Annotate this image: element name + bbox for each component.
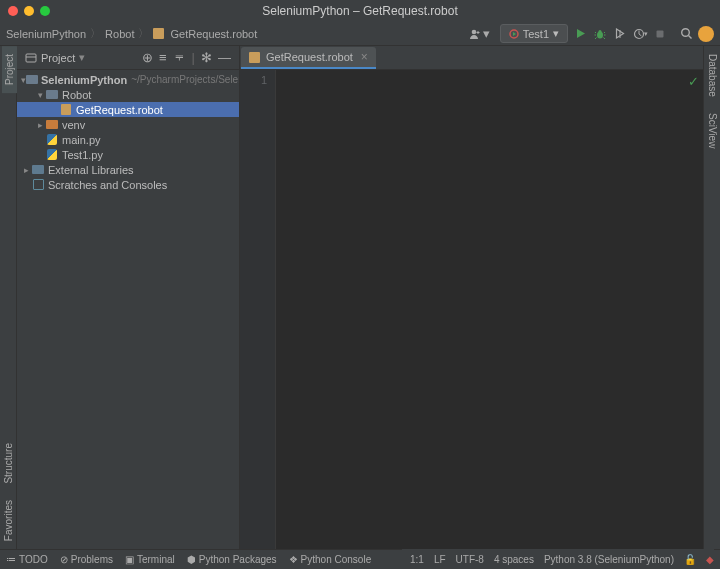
favorites-tool-tab[interactable]: Favorites <box>1 492 16 549</box>
tree-scratches[interactable]: Scratches and Consoles <box>17 177 239 192</box>
breadcrumb: SeleniumPython 〉 Robot 〉 GetRequest.robo… <box>6 26 257 41</box>
problems-tool[interactable]: ⊘Problems <box>60 554 113 565</box>
project-panel-header: Project ▾ ⊕ ≡ ⫧ | ✻ — <box>17 46 239 70</box>
editor-body[interactable]: 1 ✓ <box>240 70 703 549</box>
robot-file-icon <box>249 52 260 63</box>
tree-external-libs[interactable]: ▸ External Libraries <box>17 162 239 177</box>
project-view-selector[interactable]: Project ▾ <box>25 51 85 64</box>
sciview-tool-tab[interactable]: SciView <box>705 105 720 156</box>
tree-file-test1[interactable]: Test1.py <box>17 147 239 162</box>
expand-arrow-icon[interactable]: ▸ <box>21 165 31 175</box>
project-tree: ▾ SeleniumPython ~/PycharmProjects/Selen… <box>17 70 239 549</box>
python-file-icon <box>47 134 57 145</box>
tab-label: GetRequest.robot <box>266 51 353 63</box>
chevron-right-icon: 〉 <box>138 26 149 41</box>
chevron-right-icon: 〉 <box>90 26 101 41</box>
line-number: 1 <box>240 74 267 86</box>
avatar[interactable] <box>698 26 714 42</box>
expand-arrow-icon[interactable]: ▸ <box>35 120 45 130</box>
expand-all-icon[interactable]: ≡ <box>159 50 167 65</box>
chevron-down-icon: ▾ <box>553 27 559 40</box>
python-console-tool[interactable]: ❖Python Console <box>289 554 372 565</box>
structure-tool-tab[interactable]: Structure <box>1 435 16 492</box>
tree-folder-venv[interactable]: ▸ venv <box>17 117 239 132</box>
main-area: Project Structure Favorites Project ▾ ⊕ … <box>0 46 720 549</box>
crumb-folder[interactable]: Robot <box>105 28 134 40</box>
python-packages-tool[interactable]: ⬢Python Packages <box>187 554 277 565</box>
tree-root[interactable]: ▾ SeleniumPython ~/PycharmProjects/Selen… <box>17 72 239 87</box>
tree-file-getrequest[interactable]: GetRequest.robot <box>17 102 239 117</box>
file-encoding[interactable]: UTF-8 <box>456 554 484 565</box>
crumb-project[interactable]: SeleniumPython <box>6 28 86 40</box>
editor-area: GetRequest.robot × 1 ✓ <box>240 46 703 549</box>
navigation-bar: SeleniumPython 〉 Robot 〉 GetRequest.robo… <box>0 22 720 46</box>
left-tool-gutter: Project Structure Favorites <box>0 46 17 549</box>
database-tool-tab[interactable]: Database <box>705 46 720 105</box>
svg-rect-7 <box>26 54 36 62</box>
toolbar-right: ▾ Test1 ▾ ▾ <box>463 24 714 43</box>
profile-button[interactable]: ▾ <box>632 26 648 42</box>
select-opened-file-icon[interactable]: ⊕ <box>142 50 153 65</box>
project-tool-tab[interactable]: Project <box>0 46 17 93</box>
debug-button[interactable] <box>592 26 608 42</box>
terminal-tool[interactable]: ▣Terminal <box>125 554 175 565</box>
stop-button[interactable] <box>652 26 668 42</box>
right-tool-gutter: Database SciView <box>703 46 720 549</box>
collapse-all-icon[interactable]: ⫧ <box>173 50 186 65</box>
readonly-lock-icon[interactable]: 🔓 <box>684 554 696 565</box>
editor-tab-bar: GetRequest.robot × <box>240 46 703 70</box>
line-gutter: 1 <box>240 70 276 549</box>
tree-folder-robot[interactable]: ▾ Robot <box>17 87 239 102</box>
venv-folder-icon <box>46 120 58 129</box>
inspection-ok-icon[interactable]: ✓ <box>688 74 699 89</box>
svg-rect-5 <box>657 30 664 37</box>
panel-title-text: Project <box>41 52 75 64</box>
add-user-button[interactable]: ▾ <box>463 24 496 43</box>
line-ending[interactable]: LF <box>434 554 446 565</box>
svg-point-3 <box>599 30 602 33</box>
coverage-button[interactable] <box>612 26 628 42</box>
run-button[interactable] <box>572 26 588 42</box>
robot-file-icon <box>61 104 71 115</box>
ide-status-icon[interactable]: ◆ <box>706 554 714 565</box>
chevron-down-icon: ▾ <box>644 30 648 38</box>
todo-tool[interactable]: ≔TODO <box>6 554 48 565</box>
robot-file-icon <box>153 28 164 39</box>
minimize-icon[interactable] <box>24 6 34 16</box>
scratches-icon <box>33 179 44 190</box>
svg-point-0 <box>471 29 476 34</box>
window-title: SeleniumPython – GetRequest.robot <box>262 4 457 18</box>
module-icon <box>26 75 38 84</box>
editor-tab-getrequest[interactable]: GetRequest.robot × <box>241 47 376 69</box>
run-configuration-dropdown[interactable]: Test1 ▾ <box>500 24 568 43</box>
test-icon <box>509 29 519 39</box>
chevron-down-icon: ▾ <box>483 26 490 41</box>
gear-icon[interactable]: ✻ <box>201 50 212 65</box>
python-interpreter[interactable]: Python 3.8 (SeleniumPython) <box>544 554 674 565</box>
close-tab-icon[interactable]: × <box>361 50 368 64</box>
project-icon <box>25 52 37 64</box>
search-icon[interactable] <box>678 26 694 42</box>
titlebar: SeleniumPython – GetRequest.robot <box>0 0 720 22</box>
maximize-icon[interactable] <box>40 6 50 16</box>
python-file-icon <box>47 149 57 160</box>
tree-file-main[interactable]: main.py <box>17 132 239 147</box>
crumb-file[interactable]: GetRequest.robot <box>170 28 257 40</box>
project-panel: Project ▾ ⊕ ≡ ⫧ | ✻ — ▾ SeleniumPython ~… <box>17 46 240 549</box>
library-icon <box>32 165 44 174</box>
cursor-position[interactable]: 1:1 <box>410 554 424 565</box>
window-controls <box>8 6 50 16</box>
folder-icon <box>46 90 58 99</box>
indent-setting[interactable]: 4 spaces <box>494 554 534 565</box>
svg-point-6 <box>681 29 689 37</box>
hide-panel-icon[interactable]: — <box>218 50 231 65</box>
chevron-down-icon: ▾ <box>79 51 85 64</box>
code-area[interactable]: ✓ <box>276 70 703 549</box>
close-icon[interactable] <box>8 6 18 16</box>
expand-arrow-icon[interactable]: ▾ <box>35 90 45 100</box>
run-config-name: Test1 <box>523 28 549 40</box>
status-bar-right: 1:1 LF UTF-8 4 spaces Python 3.8 (Seleni… <box>402 549 714 569</box>
